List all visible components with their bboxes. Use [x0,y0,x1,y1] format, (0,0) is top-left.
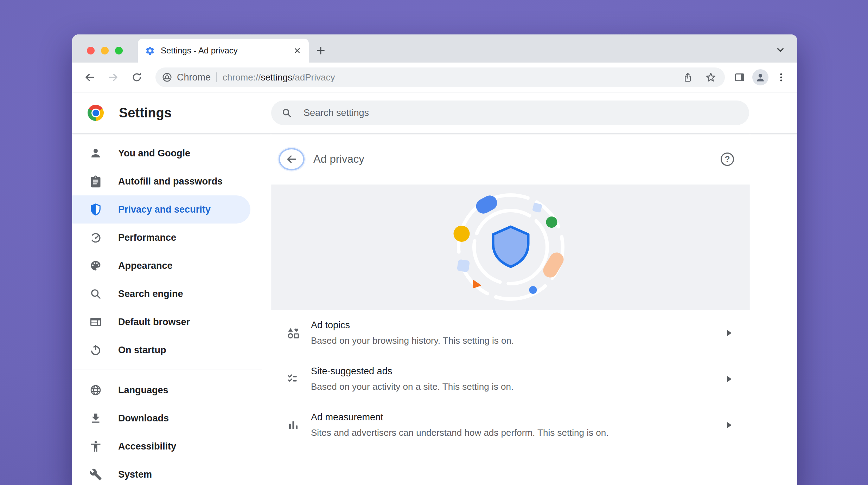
checklist-icon [286,371,301,387]
settings-body: You and Google Autofill and passwords Pr… [72,134,797,485]
row-text: Ad measurement Sites and advertisers can… [311,412,608,438]
interests-shapes-icon [286,325,301,341]
sidebar-item-appearance[interactable]: Appearance [72,252,271,280]
clipboard-icon [89,174,103,188]
sidebar-item-languages[interactable]: Languages [72,376,271,404]
window-controls [87,47,123,54]
side-panel-icon[interactable] [732,70,747,85]
toolbar-right-cluster [732,69,789,85]
sidebar-item-downloads[interactable]: Downloads [72,404,271,432]
chrome-logo [88,105,104,121]
page-title: Settings [119,105,172,121]
url-scheme: chrome:// [223,72,261,83]
menu-kebab-icon[interactable] [773,70,789,85]
power-icon [89,343,103,357]
row-title: Ad topics [311,320,514,331]
magnifier-icon [89,287,103,301]
tab-strip: Settings - Ad privacy [72,34,797,63]
site-context-label: Chrome [177,72,211,83]
shield-icon [89,202,103,216]
row-title: Site-suggested ads [311,366,513,377]
row-ad-measurement[interactable]: Ad measurement Sites and advertisers can… [271,402,750,448]
sidebar-item-on-startup[interactable]: On startup [72,336,271,364]
row-text: Site-suggested ads Based on your activit… [311,366,513,392]
chevron-right-icon [727,421,732,429]
search-settings-box[interactable] [271,101,749,125]
zoom-window-button[interactable] [115,47,123,54]
bar-chart-icon [286,417,301,433]
ad-privacy-card: Ad privacy ? [271,134,750,485]
tab-title: Settings - Ad privacy [161,46,293,56]
row-text: Ad topics Based on your browsing history… [311,320,514,346]
download-icon [89,411,103,425]
settings-gear-favicon-icon [145,46,155,56]
subpage-header: Ad privacy ? [271,134,750,185]
search-icon [281,107,292,118]
search-settings-input[interactable] [303,107,739,119]
sidebar-item-search-engine[interactable]: Search engine [72,280,271,308]
chrome-logo-icon [162,72,172,83]
sidebar-item-privacy-and-security[interactable]: Privacy and security [72,195,250,224]
sidebar-item-accessibility[interactable]: Accessibility [72,432,271,460]
bookmark-star-icon[interactable] [705,72,716,83]
help-icon[interactable]: ? [721,153,734,166]
back-arrow-icon[interactable] [82,70,97,85]
settings-header: Settings [72,92,797,134]
url-path: /adPrivacy [292,72,335,83]
row-subtitle: Based on your activity on a site. This s… [311,381,513,392]
tab-search-chevron-down-icon[interactable] [774,44,787,56]
row-title: Ad measurement [311,412,608,423]
arrow-left-icon [286,153,298,165]
globe-icon [89,383,103,397]
browser-toolbar: Chrome chrome://settings/adPrivacy [72,63,797,92]
browser-tab[interactable]: Settings - Ad privacy [138,39,309,63]
accessibility-person-icon [89,439,103,453]
reload-icon[interactable] [129,70,145,85]
minimize-window-button[interactable] [101,47,109,54]
browser-window: Settings - Ad privacy [72,34,797,485]
browser-window-icon [89,315,103,329]
row-site-suggested-ads[interactable]: Site-suggested ads Based on your activit… [271,356,750,402]
shield-illustration-graphic [375,185,646,310]
wrench-icon [89,467,103,481]
sidebar-divider [72,369,262,369]
sidebar-item-performance[interactable]: Performance [72,224,271,252]
sidebar-item-default-browser[interactable]: Default browser [72,308,271,336]
new-tab-plus-icon[interactable] [313,43,328,58]
sidebar-item-you-and-google[interactable]: You and Google [72,139,271,167]
close-window-button[interactable] [87,47,95,54]
speedometer-icon [89,231,103,245]
person-icon [89,146,103,160]
settings-content: Ad privacy ? [271,134,797,485]
address-separator [216,72,217,82]
palette-icon [89,259,103,273]
forward-arrow-icon[interactable] [106,70,121,85]
tab-close-icon[interactable] [293,46,302,55]
chevron-right-icon [727,329,732,337]
desktop-background: Settings - Ad privacy [0,0,868,485]
row-ad-topics[interactable]: Ad topics Based on your browsing history… [271,310,750,356]
share-icon[interactable] [682,72,693,83]
back-button[interactable] [279,148,305,170]
sidebar-item-system[interactable]: System [72,460,271,485]
url-text: chrome://settings/adPrivacy [223,72,335,83]
row-subtitle: Based on your browsing history. This set… [311,335,514,346]
profile-avatar[interactable] [752,69,768,85]
settings-sidebar: You and Google Autofill and passwords Pr… [72,134,271,485]
address-bar[interactable]: Chrome chrome://settings/adPrivacy [155,67,725,87]
ad-privacy-illustration [271,185,750,310]
url-host: settings [261,72,292,83]
subpage-title: Ad privacy [313,153,364,166]
row-subtitle: Sites and advertisers can understand how… [311,427,608,438]
sidebar-item-autofill[interactable]: Autofill and passwords [72,167,271,195]
chevron-right-icon [727,375,732,383]
